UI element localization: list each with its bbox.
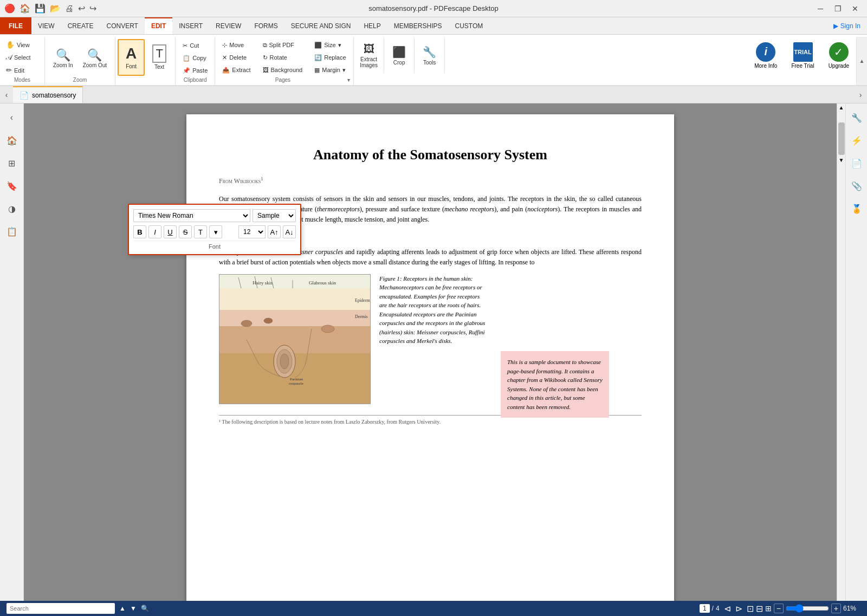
menu-custom[interactable]: CUSTOM — [449, 17, 490, 34]
document-tab[interactable]: 📄 somatosensory — [13, 86, 83, 103]
scroll-down-button[interactable]: ▼ — [837, 156, 845, 164]
text-button[interactable]: T Text — [146, 39, 173, 76]
crop-button[interactable]: ⬛ Crop — [384, 37, 415, 74]
menu-bar: FILE VIEW CREATE CONVERT EDIT INSERT REV… — [0, 17, 867, 35]
select-mode-button[interactable]: 𝒜 Select — [3, 51, 41, 63]
zoom-in-status-button[interactable]: + — [831, 604, 841, 613]
right-attach-button[interactable]: 📎 — [847, 176, 866, 196]
menu-edit[interactable]: EDIT — [145, 17, 172, 34]
zoom-out-status-button[interactable]: − — [774, 604, 784, 613]
page-prev-button[interactable]: ⊲ — [724, 604, 731, 614]
underline-button[interactable]: U — [164, 225, 177, 238]
footnote-ref: 1 — [261, 176, 263, 181]
document-area[interactable]: Times New Roman Sample B I U S T ▾ 12 A↑… — [24, 103, 837, 602]
menu-file[interactable]: FILE — [0, 17, 31, 34]
menu-memberships[interactable]: MEMBERSHIPS — [387, 17, 449, 34]
replace-icon: 🔄 — [314, 54, 322, 61]
font-size-up-button[interactable]: A↑ — [268, 225, 281, 238]
search-icon[interactable]: 🔍 — [141, 605, 149, 612]
margin-button[interactable]: ▦ Margin ▾ — [310, 64, 350, 76]
strikethrough-button[interactable]: S — [179, 225, 192, 238]
highlight-button[interactable]: ▾ — [209, 225, 222, 238]
scroll-thumb[interactable] — [838, 122, 845, 155]
edit-label: Edit — [14, 67, 24, 74]
page-next-button[interactable]: ⊳ — [735, 604, 742, 614]
search-up-button[interactable]: ▲ — [119, 605, 126, 612]
minimize-button[interactable]: ─ — [813, 1, 828, 16]
free-trial-button[interactable]: TRIAL Free Trial — [784, 37, 821, 74]
sidebar-nav-left[interactable]: ‹ — [2, 108, 22, 127]
menu-secure[interactable]: SECURE AND SIGN — [284, 17, 358, 34]
window-controls[interactable]: ─ ❐ ✕ — [813, 1, 863, 16]
italic-button[interactable]: I — [148, 225, 161, 238]
font-popup: Times New Roman Sample B I U S T ▾ 12 A↑… — [128, 204, 301, 255]
right-pages-button[interactable]: 📄 — [847, 153, 866, 173]
font-button[interactable]: A Font — [118, 39, 145, 76]
split-pdf-button[interactable]: ⧉ Split PDF — [259, 39, 307, 51]
right-sign-button[interactable]: 🏅 — [847, 199, 866, 218]
actual-size-button[interactable]: ⊞ — [765, 604, 772, 613]
delete-button[interactable]: ✕ Delete — [218, 51, 254, 63]
font-size-select[interactable]: 12 — [238, 225, 266, 238]
search-input[interactable] — [7, 603, 115, 614]
vertical-scrollbar[interactable]: ▲ ▼ — [837, 103, 845, 602]
titlebar-left-icons[interactable]: 🔴 🏠 💾 📂 🖨 ↩ ↪ — [4, 3, 96, 14]
ribbon-collapse-button[interactable]: ▲ — [856, 37, 867, 85]
sign-in-button[interactable]: ▶ Sign In — [833, 22, 860, 30]
font-sample-select[interactable]: Sample — [253, 209, 296, 222]
menu-insert[interactable]: INSERT — [172, 17, 209, 34]
cut-button[interactable]: ✂ Cut — [179, 40, 211, 51]
upgrade-button[interactable]: ✓ Upgrade — [821, 37, 856, 74]
copy-button[interactable]: 📋 Copy — [179, 52, 211, 64]
extract-button[interactable]: 📤 Extract — [218, 64, 254, 76]
edit-tools-group: A Font T Text — [115, 37, 176, 85]
font-family-select[interactable]: Times New Roman — [133, 209, 250, 222]
move-button[interactable]: ⊹ Move — [218, 39, 254, 51]
view-label: View — [17, 42, 30, 48]
redo-icon[interactable]: ↪ — [89, 3, 96, 14]
menu-review[interactable]: REVIEW — [209, 17, 248, 34]
menu-forms[interactable]: FORMS — [248, 17, 284, 34]
menu-help[interactable]: HELP — [357, 17, 387, 34]
extract-images-button[interactable]: 🖼 Extract Images — [354, 37, 384, 74]
sidebar-pages2-button[interactable]: 📋 — [2, 222, 22, 241]
zoom-out-button[interactable]: 🔍 Zoom Out — [79, 47, 111, 70]
tools-button[interactable]: 🔧 Tools — [415, 37, 445, 74]
right-tools-button[interactable]: 🔧 — [847, 108, 866, 127]
home-icon[interactable]: 🏠 — [20, 3, 30, 14]
right-search-button[interactable]: ⚡ — [847, 131, 866, 150]
sidebar-layers-button[interactable]: ◑ — [2, 199, 22, 218]
sidebar-bookmarks-button[interactable]: 🔖 — [2, 176, 22, 196]
menu-create[interactable]: CREATE — [61, 17, 100, 34]
open-icon[interactable]: 📂 — [50, 3, 61, 14]
background-button[interactable]: 🖼 Background — [259, 64, 307, 76]
menu-view[interactable]: VIEW — [31, 17, 61, 34]
fit-page-button[interactable]: ⊡ — [747, 604, 754, 614]
fit-width-button[interactable]: ⊟ — [756, 604, 763, 614]
sidebar-pages-button[interactable]: ⊞ — [2, 153, 22, 173]
scroll-up-button[interactable]: ▲ — [837, 103, 845, 112]
paste-button[interactable]: 📌 Paste — [179, 64, 211, 76]
bold-button[interactable]: B — [133, 225, 146, 238]
search-down-button[interactable]: ▼ — [130, 605, 137, 612]
print-icon[interactable]: 🖨 — [65, 4, 74, 14]
replace-button[interactable]: 🔄 Replace — [310, 51, 350, 63]
tab-nav-right[interactable]: › — [854, 86, 867, 103]
menu-convert[interactable]: CONVERT — [100, 17, 144, 34]
view-mode-button[interactable]: ✋ View — [3, 39, 41, 50]
size-button[interactable]: ⬛ Size ▾ — [310, 39, 350, 51]
size-icon: ⬛ — [314, 42, 322, 49]
restore-button[interactable]: ❐ — [830, 1, 845, 16]
save-icon[interactable]: 💾 — [35, 3, 46, 14]
sidebar-home-button[interactable]: 🏠 — [2, 131, 22, 150]
rotate-button[interactable]: ↻ Rotate — [259, 51, 307, 63]
font-size-down-button[interactable]: A↓ — [283, 225, 296, 238]
edit-mode-button[interactable]: ✏ Edit — [3, 64, 41, 76]
tab-nav-left[interactable]: ‹ — [0, 86, 13, 103]
close-button[interactable]: ✕ — [847, 1, 863, 16]
text-color-button[interactable]: T — [194, 225, 207, 238]
more-info-button[interactable]: i More Info — [747, 37, 784, 74]
zoom-slider[interactable] — [786, 604, 829, 613]
undo-icon[interactable]: ↩ — [78, 3, 85, 14]
zoom-in-button[interactable]: 🔍 Zoom In — [49, 47, 77, 70]
